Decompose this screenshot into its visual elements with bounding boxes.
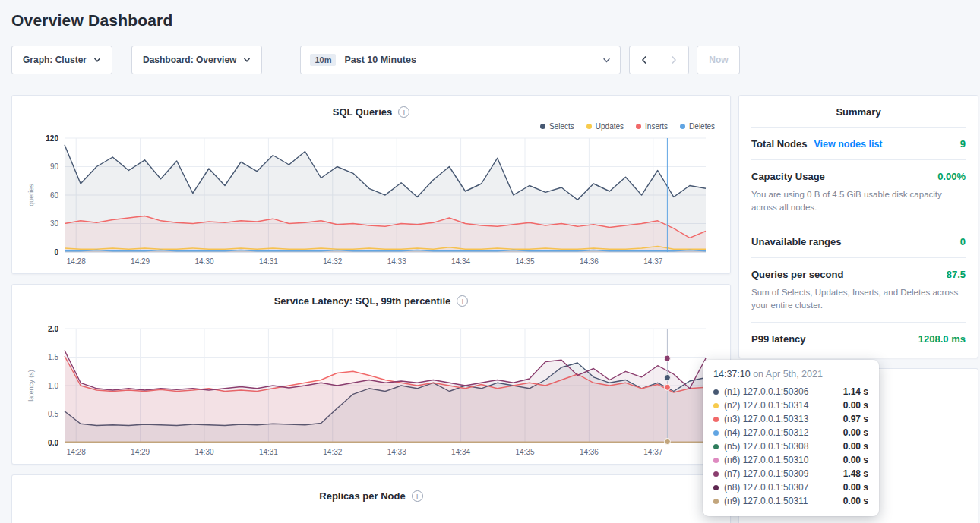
legend-label: Selects bbox=[549, 122, 574, 131]
svg-text:14:30: 14:30 bbox=[194, 448, 213, 456]
tooltip-node-row: (n8) 127.0.0.1:503070.00 s bbox=[713, 480, 868, 494]
node-address-label: (n2) 127.0.0.1:50314 bbox=[724, 400, 808, 411]
series-color-dot bbox=[713, 403, 719, 408]
series-color-dot bbox=[713, 471, 719, 477]
series-color-dot bbox=[713, 485, 719, 490]
info-icon[interactable]: i bbox=[412, 490, 423, 502]
series-color-dot bbox=[713, 417, 719, 422]
legend-color-dot bbox=[636, 124, 641, 129]
tooltip-date: on Apr 5th, 2021 bbox=[751, 369, 823, 380]
series-color-dot bbox=[713, 444, 719, 449]
chart-canvas[interactable]: 14:2814:2914:3014:3114:3214:3314:3414:35… bbox=[23, 323, 719, 459]
tooltip-node-row: (n3) 127.0.0.1:503130.97 s bbox=[713, 412, 868, 426]
summary-panel: Summary Total NodesView nodes list9Capac… bbox=[738, 95, 978, 358]
legend-item[interactable]: Updates bbox=[586, 122, 624, 131]
dashboard-label: Dashboard: Overview bbox=[143, 55, 236, 65]
svg-text:14:37: 14:37 bbox=[643, 257, 662, 266]
svg-text:1.5: 1.5 bbox=[48, 353, 58, 361]
time-next-button[interactable] bbox=[659, 46, 689, 74]
series-color-dot bbox=[713, 499, 719, 504]
chevron-down-icon bbox=[602, 56, 611, 65]
svg-text:60: 60 bbox=[50, 191, 59, 200]
svg-text:14:35: 14:35 bbox=[515, 257, 534, 266]
svg-text:14:33: 14:33 bbox=[387, 257, 406, 266]
svg-text:14:36: 14:36 bbox=[580, 448, 599, 456]
toolbar: Graph: Cluster Dashboard: Overview 10m P… bbox=[11, 46, 969, 74]
svg-text:2.0: 2.0 bbox=[48, 325, 58, 333]
svg-text:14:34: 14:34 bbox=[451, 257, 470, 266]
summary-value: 0 bbox=[960, 236, 966, 247]
legend-color-dot bbox=[586, 124, 592, 129]
node-address-label: (n1) 127.0.0.1:50306 bbox=[724, 386, 808, 397]
sql-queries-chart[interactable]: 14:2814:2914:3014:3114:3214:3314:3414:35… bbox=[23, 132, 719, 269]
summary-value: 9 bbox=[960, 138, 966, 150]
summary-description: Sum of Selects, Updates, Inserts, and De… bbox=[751, 286, 966, 313]
sql-queries-chart-card: SQL Queries i SelectsUpdatesInsertsDelet… bbox=[11, 95, 731, 274]
tooltip-rows: (n1) 127.0.0.1:503061.14 s(n2) 127.0.0.1… bbox=[713, 385, 868, 508]
legend-item[interactable]: Selects bbox=[540, 122, 574, 131]
tooltip-node-row: (n2) 127.0.0.1:503140.00 s bbox=[713, 399, 868, 412]
page-title: Overview Dashboard bbox=[11, 11, 980, 30]
charts-column: SQL Queries i SelectsUpdatesInsertsDelet… bbox=[11, 95, 731, 523]
service-latency-chart[interactable]: 14:2814:2914:3014:3114:3214:3314:3414:35… bbox=[23, 323, 719, 459]
summary-value: 87.5 bbox=[947, 269, 966, 280]
svg-text:0.5: 0.5 bbox=[48, 410, 58, 418]
node-latency-value: 0.00 s bbox=[843, 482, 868, 493]
tooltip-node-row: (n9) 127.0.0.1:503110.00 s bbox=[713, 494, 868, 508]
summary-label: Capacity Usage bbox=[751, 171, 825, 182]
time-range-selector[interactable]: 10m Past 10 Minutes bbox=[300, 46, 621, 74]
svg-text:14:29: 14:29 bbox=[131, 448, 150, 456]
series-color-dot bbox=[713, 389, 719, 395]
chevron-down-icon bbox=[93, 56, 101, 64]
svg-text:1.0: 1.0 bbox=[48, 382, 58, 390]
legend-item[interactable]: Deletes bbox=[680, 122, 715, 131]
node-latency-value: 1.14 s bbox=[843, 386, 868, 397]
svg-text:14:35: 14:35 bbox=[515, 448, 534, 456]
node-latency-value: 0.97 s bbox=[843, 414, 868, 424]
summary-rows: Total NodesView nodes list9Capacity Usag… bbox=[751, 127, 966, 354]
node-latency-value: 0.00 s bbox=[843, 441, 868, 452]
svg-text:latency (s): latency (s) bbox=[27, 370, 35, 402]
chevron-right-icon bbox=[670, 55, 678, 65]
chart-header: Replicas per Node i bbox=[23, 487, 719, 504]
info-icon[interactable]: i bbox=[398, 106, 409, 118]
now-button[interactable]: Now bbox=[697, 46, 740, 74]
node-address-label: (n3) 127.0.0.1:50313 bbox=[724, 414, 808, 424]
dashboard-dropdown[interactable]: Dashboard: Overview bbox=[131, 46, 262, 74]
svg-text:120: 120 bbox=[46, 134, 58, 143]
chart-title: SQL Queries bbox=[333, 106, 393, 118]
svg-text:0.0: 0.0 bbox=[48, 439, 58, 447]
summary-row: P99 latency1208.0 ms bbox=[751, 322, 966, 354]
node-latency-value: 0.00 s bbox=[843, 455, 868, 465]
time-prev-button[interactable] bbox=[629, 46, 659, 74]
node-address-label: (n5) 127.0.0.1:50308 bbox=[724, 441, 808, 452]
summary-row: Capacity Usage0.00%You are using 0 B of … bbox=[751, 159, 966, 225]
svg-text:14:28: 14:28 bbox=[67, 257, 86, 266]
tooltip-node-row: (n5) 127.0.0.1:503080.00 s bbox=[713, 440, 868, 453]
time-range-badge: 10m bbox=[310, 54, 336, 66]
summary-label: P99 latency bbox=[751, 333, 806, 345]
svg-text:queries: queries bbox=[27, 184, 35, 206]
svg-text:14:33: 14:33 bbox=[387, 448, 406, 456]
series-color-dot bbox=[713, 458, 719, 463]
node-latency-value: 0.00 s bbox=[843, 400, 868, 411]
svg-text:14:29: 14:29 bbox=[131, 257, 150, 266]
summary-row-head: Total NodesView nodes list9 bbox=[751, 138, 966, 150]
summary-row: Unavailable ranges0 bbox=[751, 225, 966, 257]
legend-item[interactable]: Inserts bbox=[636, 122, 668, 131]
chart-canvas[interactable]: 14:2814:2914:3014:3114:3214:3314:3414:35… bbox=[23, 132, 719, 269]
tooltip-timestamp: 14:37:10 on Apr 5th, 2021 bbox=[713, 369, 868, 380]
node-address-label: (n9) 127.0.0.1:50311 bbox=[724, 496, 808, 506]
time-step-buttons bbox=[629, 46, 689, 74]
graph-scope-dropdown[interactable]: Graph: Cluster bbox=[11, 46, 112, 74]
svg-text:14:36: 14:36 bbox=[580, 257, 599, 266]
series-color-dot bbox=[713, 430, 719, 436]
latency-hover-tooltip: 14:37:10 on Apr 5th, 2021 (n1) 127.0.0.1… bbox=[703, 360, 879, 516]
chart-title: Service Latency: SQL, 99th percentile bbox=[274, 295, 451, 307]
chart-title: Replicas per Node bbox=[319, 490, 405, 502]
nodes-list-link[interactable]: View nodes list bbox=[814, 139, 882, 150]
svg-text:14:32: 14:32 bbox=[323, 448, 342, 456]
legend-label: Deletes bbox=[689, 122, 715, 131]
tooltip-node-row: (n4) 127.0.0.1:503120.00 s bbox=[713, 426, 868, 440]
info-icon[interactable]: i bbox=[457, 295, 468, 307]
